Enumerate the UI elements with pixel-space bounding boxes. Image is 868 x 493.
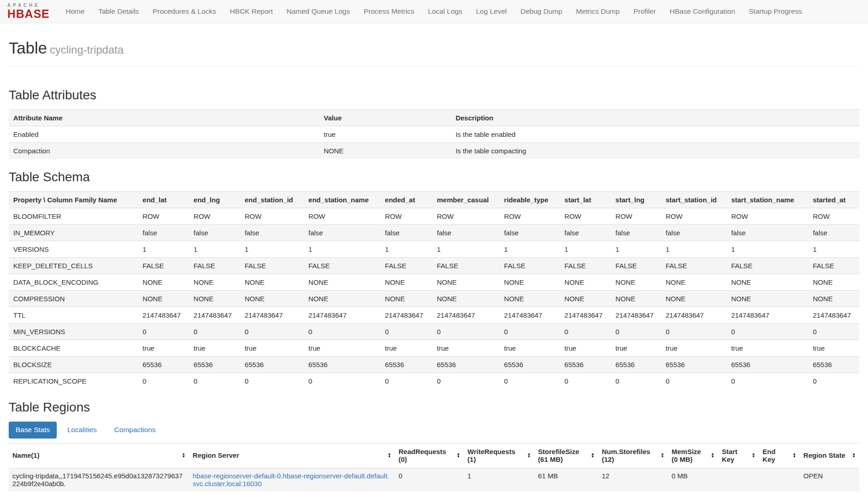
schema-value-cell: ROW bbox=[304, 208, 380, 225]
regions-column-header-storefilesize-61-mb[interactable]: StorefileSize (61 MB)▲▼ bbox=[534, 443, 598, 468]
schema-value-cell: 0 bbox=[560, 373, 611, 390]
schema-value-cell: false bbox=[138, 225, 189, 241]
regions-column-header-start-key[interactable]: Start Key▲▼ bbox=[718, 443, 759, 468]
schema-property-cell: IN_MEMORY bbox=[9, 225, 138, 241]
sort-icon: ▲▼ bbox=[591, 453, 594, 458]
attribute-row: CompactionNONEIs the table compacting bbox=[9, 143, 859, 159]
schema-value-cell: false bbox=[240, 225, 304, 241]
schema-value-cell: 1 bbox=[808, 241, 859, 258]
schema-value-cell: 2147483647 bbox=[560, 307, 611, 324]
sort-icon: ▲▼ bbox=[388, 453, 391, 458]
schema-value-cell: 0 bbox=[138, 324, 189, 340]
page-content: Tablecycling-tripdata Table Attributes A… bbox=[0, 39, 868, 491]
schema-value-cell: 0 bbox=[808, 324, 859, 340]
nav-item-named-queue-logs[interactable]: Named Queue Logs bbox=[280, 0, 357, 23]
sort-icon: ▲▼ bbox=[711, 453, 714, 458]
nav-item-debug-dump[interactable]: Debug Dump bbox=[513, 0, 569, 23]
regions-column-header-region-state[interactable]: Region State▲▼ bbox=[800, 443, 859, 468]
tab-base-stats[interactable]: Base Stats bbox=[9, 422, 57, 439]
attribute-description-cell: Is the table enabled bbox=[451, 126, 859, 143]
schema-value-cell: true bbox=[380, 340, 432, 357]
nav-item-startup-progress[interactable]: Startup Progress bbox=[742, 0, 809, 23]
schema-value-cell: 2147483647 bbox=[661, 307, 727, 324]
nav-item-hbase-configuration[interactable]: HBase Configuration bbox=[663, 0, 742, 23]
schema-value-cell: 0 bbox=[727, 373, 808, 390]
nav-item-profiler[interactable]: Profiler bbox=[626, 0, 663, 23]
schema-row-in-memory: IN_MEMORYfalsefalsefalsefalsefalsefalsef… bbox=[9, 225, 859, 241]
schema-column-family-header-end-lng: end_lng bbox=[189, 192, 240, 208]
schema-value-cell: 0 bbox=[138, 373, 189, 390]
schema-value-cell: 2147483647 bbox=[304, 307, 380, 324]
regions-column-label: StorefileSize (61 MB) bbox=[538, 448, 588, 464]
regions-column-header-memsize-0-mb[interactable]: MemSize (0 MB)▲▼ bbox=[668, 443, 718, 468]
schema-value-cell: ROW bbox=[138, 208, 189, 225]
schema-value-cell: 0 bbox=[380, 324, 432, 340]
schema-value-cell: 0 bbox=[189, 373, 240, 390]
schema-property-cell: DATA_BLOCK_ENCODING bbox=[9, 274, 138, 291]
schema-value-cell: NONE bbox=[661, 291, 727, 307]
regions-column-header-region-server[interactable]: Region Server▲▼ bbox=[189, 443, 395, 468]
schema-value-cell: 2147483647 bbox=[240, 307, 304, 324]
region-server-link[interactable]: hbase-regionserver-default-0.hbase-regio… bbox=[193, 472, 389, 488]
schema-row-versions: VERSIONS111111111111 bbox=[9, 241, 859, 258]
schema-value-cell: FALSE bbox=[380, 258, 432, 274]
schema-value-cell: 0 bbox=[611, 373, 661, 390]
schema-column-family-header-end-station-id: end_station_id bbox=[240, 192, 304, 208]
nav-item-table-details[interactable]: Table Details bbox=[92, 0, 146, 23]
schema-value-cell: true bbox=[240, 340, 304, 357]
schema-column-family-header-ended-at: ended_at bbox=[380, 192, 432, 208]
hbase-logo[interactable]: APACHE HBASE bbox=[7, 3, 50, 20]
table-schema-table: Property \ Column Family Nameend_latend_… bbox=[9, 191, 859, 389]
tab-compactions[interactable]: Compactions bbox=[108, 422, 162, 439]
nav-item-process-metrics[interactable]: Process Metrics bbox=[357, 0, 421, 23]
attributes-column-header-value: Value bbox=[319, 110, 451, 126]
table-attributes-table: Attribute NameValueDescription Enabledtr… bbox=[9, 109, 859, 159]
nav-item-local-logs[interactable]: Local Logs bbox=[421, 0, 469, 23]
schema-value-cell: 0 bbox=[380, 373, 432, 390]
sort-down-arrow: ▼ bbox=[591, 455, 594, 458]
schema-property-cell: VERSIONS bbox=[9, 241, 138, 258]
schema-value-cell: 0 bbox=[661, 373, 727, 390]
regions-header-row: Name(1)▲▼Region Server▲▼ReadRequests (0)… bbox=[9, 443, 859, 468]
schema-heading: Table Schema bbox=[9, 170, 859, 184]
schema-value-cell: ROW bbox=[432, 208, 500, 225]
schema-value-cell: NONE bbox=[240, 274, 304, 291]
nav-item-metrics-dump[interactable]: Metrics Dump bbox=[569, 0, 627, 23]
schema-value-cell: 65536 bbox=[661, 357, 727, 373]
schema-value-cell: 0 bbox=[189, 324, 240, 340]
schema-value-cell: true bbox=[432, 340, 500, 357]
regions-column-header-end-key[interactable]: End Key▲▼ bbox=[759, 443, 800, 468]
schema-value-cell: NONE bbox=[727, 291, 808, 307]
schema-value-cell: 1 bbox=[661, 241, 727, 258]
region-read-requests-cell: 0 bbox=[395, 468, 464, 491]
schema-value-cell: NONE bbox=[727, 274, 808, 291]
regions-column-header-name-1[interactable]: Name(1)▲▼ bbox=[9, 443, 189, 468]
schema-row-min-versions: MIN_VERSIONS000000000000 bbox=[9, 324, 859, 340]
schema-value-cell: 0 bbox=[661, 324, 727, 340]
schema-column-family-header-member-casual: member_casual bbox=[432, 192, 500, 208]
schema-value-cell: 1 bbox=[611, 241, 661, 258]
sort-down-arrow: ▼ bbox=[852, 455, 856, 458]
nav-item-log-level[interactable]: Log Level bbox=[469, 0, 513, 23]
regions-column-header-writerequests-1[interactable]: WriteRequests (1)▲▼ bbox=[464, 443, 534, 468]
schema-value-cell: NONE bbox=[380, 274, 432, 291]
region-server-cell: hbase-regionserver-default-0.hbase-regio… bbox=[189, 468, 395, 491]
nav-item-hbck-report[interactable]: HBCK Report bbox=[223, 0, 280, 23]
schema-value-cell: NONE bbox=[138, 274, 189, 291]
schema-value-cell: FALSE bbox=[138, 258, 189, 274]
schema-value-cell: true bbox=[808, 340, 859, 357]
schema-value-cell: 65536 bbox=[380, 357, 432, 373]
schema-value-cell: ROW bbox=[189, 208, 240, 225]
regions-column-header-readrequests-0[interactable]: ReadRequests (0)▲▼ bbox=[395, 443, 464, 468]
schema-value-cell: FALSE bbox=[727, 258, 808, 274]
region-row: cycling-tripdata,,1719475156245.e95d0a13… bbox=[9, 468, 859, 491]
nav-item-procedures-locks[interactable]: Procedures & Locks bbox=[146, 0, 223, 23]
region-end-key-cell bbox=[759, 468, 800, 491]
schema-value-cell: FALSE bbox=[304, 258, 380, 274]
tab-localities[interactable]: Localities bbox=[60, 422, 104, 439]
nav-item-home[interactable]: Home bbox=[59, 0, 92, 23]
attributes-column-header-attribute-name: Attribute Name bbox=[9, 110, 319, 126]
sort-down-arrow: ▼ bbox=[527, 455, 531, 458]
regions-column-header-num-storefiles-12[interactable]: Num.Storefiles (12)▲▼ bbox=[598, 443, 668, 468]
schema-column-family-header-end-station-name: end_station_name bbox=[304, 192, 380, 208]
